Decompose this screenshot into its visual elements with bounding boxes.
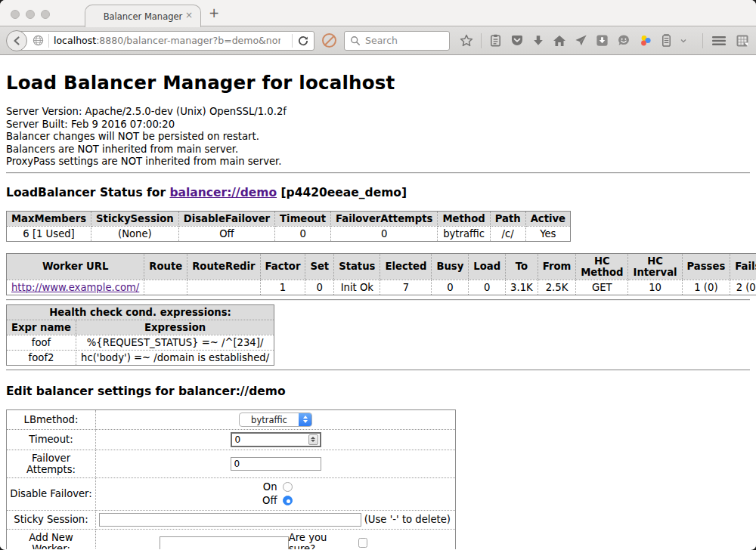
dropdown-caret-icon[interactable] — [680, 37, 687, 45]
worker-header-cell: Route — [144, 253, 187, 280]
downloads-icon[interactable] — [531, 34, 545, 48]
worker-url-cell: http://www.example.com/ — [7, 280, 144, 295]
worker-value-cell: 10 — [628, 280, 682, 295]
server-built-line: Server Built: Feb 9 2016 07:00:20 — [6, 119, 750, 131]
table-row: foof2 hc('body') =~ /domain is establish… — [7, 350, 274, 365]
save-to-device-icon[interactable] — [595, 33, 609, 48]
urlbar-divider — [48, 34, 49, 48]
form-row-lbmethod: LBmethod: bytraffic — [7, 409, 456, 429]
section-divider — [6, 299, 750, 301]
worker-header-cell: From — [538, 253, 575, 280]
clipboard-icon[interactable] — [488, 33, 503, 48]
disable-failover-off-radio[interactable] — [283, 496, 293, 505]
confirm-checkbox[interactable] — [358, 538, 367, 548]
failover-attempts-input[interactable] — [231, 457, 321, 471]
worker-status-table: Worker URLRouteRouteRedirFactorSetStatus… — [6, 253, 756, 295]
balancer-status-table: MaxMembersStickySessionDisableFailoverTi… — [6, 211, 571, 242]
table-row: foof %{REQUEST_STATUS} =~ /^[234]/ — [7, 335, 274, 350]
number-spinner-icon[interactable] — [308, 434, 318, 445]
toolbar-divider2 — [702, 33, 703, 48]
balancer-value-cell: Yes — [525, 226, 570, 241]
form-row-add-worker: Add New Worker: Are you sure? — [7, 529, 456, 549]
back-button[interactable] — [6, 30, 27, 51]
table-row: http://www.example.com/ 10Init Ok7003.1K… — [7, 280, 756, 295]
bookmark-star-icon[interactable] — [459, 33, 474, 48]
server-version-line: Server Version: Apache/2.5.0-dev (Unix) … — [6, 106, 750, 119]
sticky-session-input[interactable] — [99, 513, 361, 527]
proxypass-note-line: ProxyPass settings are NOT inherited fro… — [6, 156, 750, 168]
chat-smiley-icon[interactable] — [616, 33, 631, 48]
pocket-icon[interactable] — [510, 33, 525, 48]
confirm-label: Are you sure? — [289, 532, 353, 550]
worker-header-cell: Set — [305, 253, 334, 280]
worker-value-cell: 3.1K — [506, 280, 538, 295]
worker-header-cell: Passes — [682, 253, 730, 280]
zoom-window-button[interactable] — [41, 10, 50, 19]
persist-note-line: Balancer changes will NOT be persisted o… — [6, 131, 750, 144]
page-content: Load Balancer Manager for localhost Serv… — [0, 55, 756, 549]
worker-header-cell: Status — [334, 253, 380, 280]
worker-header-cell: Worker URL — [7, 253, 144, 280]
home-icon[interactable] — [552, 33, 567, 48]
edit-settings-heading: Edit balancer settings for balancer://de… — [6, 385, 750, 398]
url-text[interactable]: localhost:8880/balancer-manager?b=demo&n… — [54, 35, 280, 46]
table-header-row: Expr name Expression — [7, 320, 274, 335]
navigation-toolbar: localhost:8880/balancer-manager?b=demo&n… — [0, 26, 756, 55]
search-field[interactable]: Search — [344, 31, 450, 51]
balancer-header-cell: StickySession — [91, 211, 179, 226]
expr-name-header: Expr name — [7, 320, 76, 335]
timeout-input[interactable] — [231, 432, 321, 447]
reload-icon[interactable] — [297, 35, 309, 47]
urlbar-divider2 — [292, 34, 293, 48]
worker-header-cell: Busy — [432, 253, 469, 280]
new-tab-button[interactable]: + — [209, 5, 219, 20]
close-window-button[interactable] — [11, 10, 20, 19]
balancer-value-cell: bytraffic — [438, 226, 490, 241]
window-controls — [11, 10, 50, 19]
search-placeholder: Search — [365, 35, 398, 46]
balancer-link[interactable]: balancer://demo — [169, 186, 277, 199]
add-worker-input[interactable] — [160, 536, 289, 550]
status-heading: LoadBalancer Status for balancer://demo … — [6, 186, 750, 199]
menu-icon[interactable] — [711, 34, 727, 48]
form-row-disable-failover: Disable Failover: On Off — [7, 477, 456, 510]
sticky-session-label: Sticky Session: — [7, 510, 96, 529]
balancer-header-cell: FailoverAttempts — [331, 211, 438, 226]
expr-name-cell: foof2 — [7, 350, 76, 365]
colored-dots-icon[interactable] — [638, 33, 653, 48]
worker-value-cell — [144, 280, 187, 295]
screenshot-grid-icon[interactable] — [735, 33, 750, 48]
close-tab-icon[interactable]: × — [185, 11, 193, 20]
send-icon[interactable] — [574, 33, 588, 48]
worker-value-cell: Init Ok — [334, 280, 380, 295]
balancer-header-cell: Timeout — [275, 211, 331, 226]
content-blocked-icon[interactable] — [322, 33, 336, 48]
worker-value-cell: 2.5K — [538, 280, 575, 295]
container-icon[interactable] — [660, 33, 673, 48]
worker-value-cell — [187, 280, 260, 295]
browser-tab[interactable]: Balancer Manager × — [85, 5, 201, 27]
disable-failover-on-radio[interactable] — [283, 482, 293, 492]
balancer-value-cell: Off — [178, 226, 274, 241]
balancer-value-cell: (None) — [91, 226, 179, 241]
globe-icon — [33, 35, 44, 46]
browser-window: Balancer Manager × + localhost:8880/bala… — [0, 0, 756, 550]
page-title: Load Balancer Manager for localhost — [6, 55, 750, 94]
section-divider — [6, 172, 750, 174]
table-title-row: Health check cond. expressions: — [7, 304, 274, 320]
section-divider — [6, 369, 750, 371]
lbmethod-select[interactable]: bytraffic — [239, 412, 312, 427]
sticky-session-note: (Use '-' to delete) — [364, 514, 452, 525]
worker-value-cell: 0 — [432, 280, 469, 295]
worker-header-cell: RouteRedir — [187, 253, 260, 280]
worker-value-cell: 2 (0) — [730, 280, 756, 295]
inherit-note-line: Balancers are NOT inherited from main se… — [6, 144, 750, 156]
minimize-window-button[interactable] — [26, 10, 35, 19]
worker-value-cell: 0 — [469, 280, 506, 295]
form-row-timeout: Timeout: — [7, 429, 456, 450]
balancer-header-cell: Method — [438, 211, 490, 226]
url-bar[interactable]: localhost:8880/balancer-manager?b=demo&n… — [17, 31, 314, 51]
worker-url-link[interactable]: http://www.example.com/ — [11, 282, 139, 293]
worker-value-cell: 1 — [260, 280, 305, 295]
lbmethod-selected-value: bytraffic — [240, 413, 299, 426]
